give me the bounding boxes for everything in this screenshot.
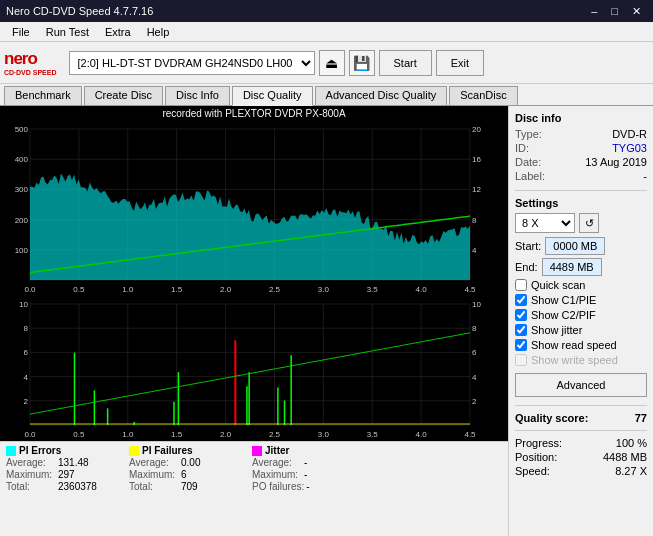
eject-icon[interactable]: ⏏ xyxy=(319,50,345,76)
right-panel: Disc info Type: DVD-R ID: TYG03 Date: 13… xyxy=(508,106,653,536)
disc-label-value: - xyxy=(643,170,647,182)
show-jitter-checkbox[interactable] xyxy=(515,324,527,336)
disc-label-label: Label: xyxy=(515,170,545,182)
show-c2-pif-label: Show C2/PIF xyxy=(531,309,596,321)
logo-nero: nero xyxy=(4,49,57,69)
jitter-average: - xyxy=(304,457,359,468)
main-content: recorded with PLEXTOR DVDR PX-800A PI Er… xyxy=(0,106,653,536)
progress-label: Progress: xyxy=(515,437,562,449)
upper-chart-container xyxy=(0,121,508,296)
chart-section: recorded with PLEXTOR DVDR PX-800A PI Er… xyxy=(0,106,508,536)
pi-failures-maximum-row: Maximum: 6 xyxy=(129,469,236,480)
start-mb-row: Start: xyxy=(515,237,647,255)
disc-id-label: ID: xyxy=(515,142,529,154)
close-button[interactable]: ✕ xyxy=(626,4,647,19)
show-c1-pie-label: Show C1/PIE xyxy=(531,294,596,306)
quick-scan-checkbox[interactable] xyxy=(515,279,527,291)
drive-select[interactable]: [2:0] HL-DT-ST DVDRAM GH24NSD0 LH00 xyxy=(69,51,315,75)
title-bar-controls: – □ ✕ xyxy=(585,4,647,19)
po-failures-value: - xyxy=(306,481,361,492)
start-button[interactable]: Start xyxy=(379,50,432,76)
quality-score-label: Quality score: xyxy=(515,412,588,424)
tab-benchmark[interactable]: Benchmark xyxy=(4,86,82,105)
upper-chart xyxy=(0,121,490,296)
pi-errors-label: PI Errors xyxy=(19,445,61,456)
end-mb-row: End: xyxy=(515,258,647,276)
chart-title: recorded with PLEXTOR DVDR PX-800A xyxy=(0,106,508,121)
disc-type-row: Type: DVD-R xyxy=(515,128,647,140)
speed-val-label: Speed: xyxy=(515,465,550,477)
disc-id-value: TYG03 xyxy=(612,142,647,154)
pi-failures-stat: PI Failures Average: 0.00 Maximum: 6 Tot… xyxy=(129,445,236,533)
end-mb-label: End: xyxy=(515,261,538,273)
menu-extra[interactable]: Extra xyxy=(97,24,139,40)
show-write-speed-label: Show write speed xyxy=(531,354,618,366)
show-write-speed-row: Show write speed xyxy=(515,354,647,366)
quality-score-row: Quality score: 77 xyxy=(515,412,647,424)
start-mb-input[interactable] xyxy=(545,237,605,255)
pi-failures-maximum: 6 xyxy=(181,469,236,480)
pi-errors-average-row: Average: 131.48 xyxy=(6,457,113,468)
pi-errors-total: 2360378 xyxy=(58,481,113,492)
pi-errors-total-row: Total: 2360378 xyxy=(6,481,113,492)
pi-failures-total: 709 xyxy=(181,481,236,492)
pi-errors-maximum-row: Maximum: 297 xyxy=(6,469,113,480)
logo: nero CD·DVD SPEED xyxy=(4,49,57,76)
save-icon[interactable]: 💾 xyxy=(349,50,375,76)
exit-button[interactable]: Exit xyxy=(436,50,484,76)
pi-failures-average-row: Average: 0.00 xyxy=(129,457,236,468)
minimize-button[interactable]: – xyxy=(585,4,603,19)
show-c2-pif-row: Show C2/PIF xyxy=(515,309,647,321)
menu-run-test[interactable]: Run Test xyxy=(38,24,97,40)
show-c2-pif-checkbox[interactable] xyxy=(515,309,527,321)
advanced-button[interactable]: Advanced xyxy=(515,373,647,397)
toolbar: nero CD·DVD SPEED [2:0] HL-DT-ST DVDRAM … xyxy=(0,42,653,84)
tab-scan-disc[interactable]: ScanDisc xyxy=(449,86,517,105)
progress-row: Progress: 100 % xyxy=(515,437,647,449)
position-row: Position: 4488 MB xyxy=(515,451,647,463)
tab-create-disc[interactable]: Create Disc xyxy=(84,86,163,105)
quick-scan-label: Quick scan xyxy=(531,279,585,291)
divider-3 xyxy=(515,430,647,431)
jitter-stat: Jitter Average: - Maximum: - PO failures… xyxy=(252,445,361,533)
menu-file[interactable]: File xyxy=(4,24,38,40)
jitter-label: Jitter xyxy=(265,445,289,456)
position-value: 4488 MB xyxy=(603,451,647,463)
disc-date-label: Date: xyxy=(515,156,541,168)
pi-errors-average: 131.48 xyxy=(58,457,113,468)
speed-row: 8 X ↺ xyxy=(515,213,647,233)
title-bar: Nero CD-DVD Speed 4.7.7.16 – □ ✕ xyxy=(0,0,653,22)
menu-help[interactable]: Help xyxy=(139,24,178,40)
tab-advanced-disc-quality[interactable]: Advanced Disc Quality xyxy=(315,86,448,105)
maximize-button[interactable]: □ xyxy=(605,4,624,19)
tab-disc-quality[interactable]: Disc Quality xyxy=(232,86,313,106)
show-jitter-label: Show jitter xyxy=(531,324,582,336)
show-jitter-row: Show jitter xyxy=(515,324,647,336)
tabs-bar: Benchmark Create Disc Disc Info Disc Qua… xyxy=(0,84,653,106)
speed-val-row: Speed: 8.27 X xyxy=(515,465,647,477)
settings-refresh-icon[interactable]: ↺ xyxy=(579,213,599,233)
logo-cdspeed: CD·DVD SPEED xyxy=(4,69,57,76)
pi-errors-stat: PI Errors Average: 131.48 Maximum: 297 T… xyxy=(6,445,113,533)
progress-value: 100 % xyxy=(616,437,647,449)
show-read-speed-row: Show read speed xyxy=(515,339,647,351)
pi-failures-average: 0.00 xyxy=(181,457,236,468)
end-mb-input[interactable] xyxy=(542,258,602,276)
show-c1-pie-checkbox[interactable] xyxy=(515,294,527,306)
show-read-speed-checkbox[interactable] xyxy=(515,339,527,351)
show-read-speed-label: Show read speed xyxy=(531,339,617,351)
disc-date-row: Date: 13 Aug 2019 xyxy=(515,156,647,168)
pi-errors-legend xyxy=(6,446,16,456)
settings-title: Settings xyxy=(515,197,647,209)
disc-label-row: Label: - xyxy=(515,170,647,182)
disc-id-row: ID: TYG03 xyxy=(515,142,647,154)
settings-section: Settings 8 X ↺ Start: End: Quick scan xyxy=(515,197,647,397)
tab-disc-info[interactable]: Disc Info xyxy=(165,86,230,105)
speed-select[interactable]: 8 X xyxy=(515,213,575,233)
disc-date-value: 13 Aug 2019 xyxy=(585,156,647,168)
lower-chart-container xyxy=(0,296,508,441)
disc-info-section: Disc info Type: DVD-R ID: TYG03 Date: 13… xyxy=(515,112,647,182)
show-c1-pie-row: Show C1/PIE xyxy=(515,294,647,306)
progress-section: Progress: 100 % Position: 4488 MB Speed:… xyxy=(515,437,647,477)
divider-2 xyxy=(515,405,647,406)
